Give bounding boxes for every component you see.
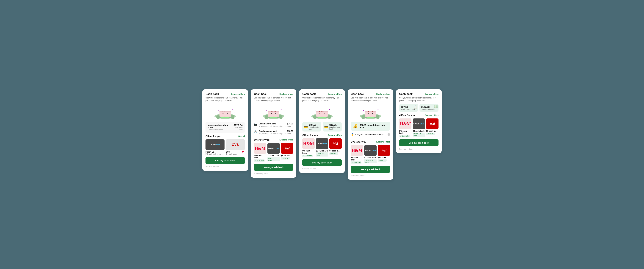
card-4-offer-walgreens[interactable]: Wal $3 cash b... Online o...	[378, 145, 390, 164]
card-4-offer-hm[interactable]: H&M 5% cash back In-Store offer	[351, 145, 363, 164]
money-bag-icon: 💰	[353, 124, 358, 129]
card-2-offer-finish-line[interactable]: FINISH LINE $3 cash back Online & in-sto…	[268, 143, 280, 162]
fl-logo-4: FINISH LINE	[365, 149, 376, 151]
card-4-explore-link[interactable]: Explore offers	[376, 93, 390, 95]
card-5-cta[interactable]: See my cash back	[399, 139, 438, 146]
svg-text:PIZZA: PIZZA	[222, 111, 228, 112]
camera-icon: 📷	[254, 123, 257, 126]
card-1-offer-finish-line[interactable]: FINISH LINE Finish Line 5% cash back in-…	[206, 139, 224, 155]
hm-offer-type: In-Store offer	[254, 159, 264, 162]
card-1-offers-header: Offers for you See all	[206, 135, 245, 137]
fl-type-4: Online & in-store	[364, 159, 376, 163]
card-3-header: Cash back Explore offers	[302, 93, 342, 96]
card-1-cta[interactable]: See my cash back	[206, 157, 245, 164]
card-5-explore-link[interactable]: Explore offers	[425, 93, 438, 95]
card-1-pending-title: You've got pending cash!	[208, 124, 232, 129]
card-4-explore-offers[interactable]: Explore offers	[376, 141, 390, 143]
card-1-offer-items: FINISH LINE Finish Line 5% cash back in-…	[206, 139, 245, 155]
card-3-tile2: 💳 $12.31 pending cash back	[323, 122, 342, 132]
card-5-subtitle: Use your debit card to earn real money -…	[399, 97, 438, 102]
card-5-tile1: 📋 $87.51 pending cash back	[399, 104, 418, 112]
card-2-stat1-label: Cash back to date $74.21	[259, 123, 293, 125]
card-2-offers-header: Offers for you Explore offers	[254, 138, 293, 141]
svg-text:✦: ✦	[377, 109, 378, 110]
fl-offer-type: Online & in-store	[268, 157, 280, 161]
walgreens-cashback-5: $3 cash b...	[426, 130, 438, 132]
card-2-pizza: $$$ PIZZA ✦ ✦	[254, 104, 293, 120]
card-1-explore-link[interactable]: Explore offers	[231, 93, 245, 95]
svg-text:PIZZA: PIZZA	[319, 111, 324, 112]
clock-icon: 🕐	[254, 130, 257, 133]
card-3-title: Cash back	[302, 93, 316, 96]
card-5-offer-hm[interactable]: H&M 5% cash back In-Store offer	[399, 118, 412, 137]
hm-type-3: In-Store offer	[302, 155, 313, 157]
card-5-powered-by: Powered by Dosh	[399, 148, 438, 150]
hm-cashback-5: 5% cash back	[399, 130, 412, 134]
card-3-tile2-label: pending cash back	[330, 126, 340, 130]
card-2-explore-offers[interactable]: Explore offers	[280, 139, 293, 141]
finish-line-logo-2: FINISH LINE	[268, 147, 279, 149]
svg-point-53	[368, 113, 368, 114]
card-1-pending-left: You've got pending cash! This will arriv…	[208, 124, 232, 131]
card-3-offer-hm[interactable]: H&M 5% cash back In-Store offer	[302, 138, 314, 157]
card-3-explore-offers[interactable]: Explore offers	[328, 134, 342, 136]
card-5-offer-fl[interactable]: FINISH LINE $3 cash back Online & in-sto…	[413, 118, 425, 137]
walgreens-logo-5: Wal	[430, 122, 435, 126]
card-3-tile2-content: $12.31 pending cash back	[330, 123, 340, 130]
fl-cashback-5: $3 cash back	[413, 130, 425, 132]
card-1-amount-value: $129.34	[232, 124, 242, 127]
card-3-tile2-amount: $12.31	[330, 123, 340, 126]
wallet-icon: 💳	[304, 125, 308, 129]
card-2-offer-hm[interactable]: H&M 5% cash back In-Store offer	[254, 143, 266, 162]
heart-icon: ♥	[242, 150, 244, 154]
card-5: Cash back Explore offers Use your debit …	[396, 89, 442, 153]
card-2-powered-by: Powered by Dosh	[254, 173, 293, 174]
card-3-explore-link[interactable]: Explore offers	[328, 93, 342, 95]
card-1-pending: You've got pending cash! This will arriv…	[206, 122, 245, 133]
card-2-subtitle: Use your debit card to earn real money -…	[254, 97, 293, 102]
card-1-see-all[interactable]: See all	[238, 135, 245, 137]
card-1-pending-subtitle: This will arrive soon	[208, 129, 232, 131]
card-5-offer-walgreens[interactable]: Wal $3 cash b... Online o...	[426, 118, 438, 137]
card-3-offers-header: Offers for you Explore offers	[302, 134, 342, 136]
svg-point-11	[227, 113, 228, 114]
card-4-offer-fl[interactable]: FINISH LINE $3 cash back Online & in-sto…	[364, 145, 376, 164]
card-1-offer-cvs[interactable]: CVS CVS 3% cash back ♥	[226, 139, 245, 155]
walgreens-logo: Wal	[284, 147, 290, 150]
card-5-explore-offers[interactable]: Explore offers	[425, 114, 438, 116]
card-4-offer-items: H&M 5% cash back In-Store offer FINISH L…	[351, 145, 390, 164]
card-3-cta[interactable]: See my cash back	[302, 159, 342, 166]
star-icon: 🏅	[351, 133, 354, 136]
card-1-title: Cash back	[206, 93, 219, 96]
card-2-stat2-label: Pending cash back $12.53	[259, 130, 293, 132]
svg-text:✦: ✦	[363, 110, 364, 112]
hm-type-5: In-Store offer	[399, 135, 410, 137]
card-5-offers-header: Offers for you Explore offers	[399, 114, 438, 117]
svg-point-25	[271, 113, 272, 114]
card-1-total-amount: $129.34 Total cash back	[232, 124, 242, 131]
fl-type-3: Online & in-store	[316, 152, 328, 157]
card-5-top-tiles: 📋 $87.51 pending cash back 💵 $127.32 cas…	[399, 104, 438, 112]
info-icon[interactable]: ℹ	[388, 133, 390, 136]
card-3-offer-fl[interactable]: FINISH LINE $3 cash back Online & in-sto…	[316, 138, 328, 157]
card-4-offers-header: Offers for you Explore offers	[351, 140, 390, 143]
card-5-offer-items: H&M 5% cash back In-Store offer FINISH L…	[399, 118, 438, 137]
card-2-stat2-value: $12.53	[287, 130, 293, 132]
card-4: Cash back Explore offers Use your debit …	[348, 89, 393, 180]
hm-logo-box-4: H&M	[351, 145, 363, 156]
card-2: Cash back Explore offers Use your debit …	[251, 89, 296, 178]
card-2-explore-link[interactable]: Explore offers	[280, 93, 293, 95]
card-4-cta[interactable]: See my cash back	[351, 166, 390, 173]
card-2-cta[interactable]: See my cash back	[254, 164, 293, 171]
card-3-offer-walgreens[interactable]: Wal $3 cash b... Online o...	[330, 138, 342, 157]
card-5-header: Cash back Explore offers	[399, 93, 438, 96]
svg-text:PIZZA: PIZZA	[368, 111, 373, 112]
card-4-divider	[351, 139, 390, 139]
card-2-stat1: 📷 Cash back to date $74.21 May take up t…	[254, 122, 293, 128]
card-2-divider	[254, 137, 293, 137]
card-2-offer-walgreens[interactable]: Wal $3 cash b... Online o...	[281, 143, 293, 162]
card-4-congrats-text: Congrats: you earned cash back!	[355, 133, 385, 136]
card-4-offers-title: Offers for you	[351, 140, 366, 143]
hm-type-4: In-Store offer	[351, 161, 362, 164]
walgreens-type-3: Online o...	[330, 152, 338, 155]
